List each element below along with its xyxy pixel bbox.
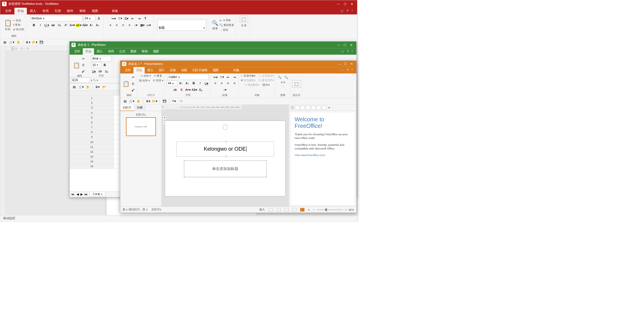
slides-tab[interactable]: 幻灯片 <box>120 105 134 111</box>
pr-bullets-button[interactable]: ≔▾ <box>212 74 218 80</box>
pr-outdent-button[interactable]: ⇤ <box>225 74 231 80</box>
sheet-tab[interactable]: 工作表 1 <box>90 192 105 197</box>
increase-font-button[interactable]: A↑ <box>88 22 94 28</box>
qat-hand-icon[interactable]: ✋ <box>16 40 21 45</box>
font-size-select[interactable]: 24▾ <box>83 16 95 21</box>
pm-font-size-select[interactable]: 10▾ <box>91 62 101 68</box>
pr-italic-button[interactable]: I <box>197 81 203 86</box>
qat-open-icon[interactable]: 📂▾ <box>32 40 38 45</box>
pr-arrow-icon[interactable]: → <box>282 84 284 87</box>
row-header[interactable]: 8 <box>70 130 114 134</box>
title-textbox[interactable]: Kelongwo or ODE <box>176 142 274 157</box>
numbering-button[interactable]: ⒈▾ <box>117 16 123 21</box>
cart-icon[interactable]: 🛒 <box>340 9 344 13</box>
textmaker-titlebar[interactable]: T 欢迎使用 TextMaker.tmdx - TextMaker — ☐ ✕ <box>0 0 357 8</box>
zoom-percent[interactable]: 32% <box>349 208 354 211</box>
pr-paste-icon[interactable]: 📋 <box>123 80 129 87</box>
style-select[interactable]: 标题▾ <box>157 19 206 31</box>
paste-label[interactable]: 粘贴 <box>5 27 10 31</box>
pr-clear-format-button[interactable]: Aᵩ <box>198 87 204 93</box>
cell-reference-box[interactable]: E19 <box>71 78 90 83</box>
pr-font-family-select[interactable]: Calibri▾ <box>167 74 208 80</box>
pr-align-left-button[interactable]: ≡ <box>212 81 218 86</box>
pr-tab-file[interactable]: 文件 <box>122 67 134 73</box>
planmaker-minimize-button[interactable]: — <box>335 43 341 47</box>
pm-tab-layout[interactable]: 布局 <box>105 48 117 55</box>
pr-tab-home[interactable]: 开始 <box>133 67 145 73</box>
pm-help-icon[interactable]: ? <box>347 50 349 54</box>
panel-icon[interactable] <box>295 106 299 109</box>
planmaker-maximize-button[interactable]: ☐ <box>342 43 348 47</box>
pr-x-button[interactable]: X <box>179 87 185 93</box>
replace-button[interactable]: a↔b 替换 <box>220 19 234 22</box>
pr-increase-font-button[interactable]: A↑ <box>178 81 184 86</box>
row-header[interactable]: 13 <box>70 154 114 159</box>
search-label[interactable]: 搜索 <box>212 27 218 30</box>
pr-align-right-button[interactable]: ≡ <box>225 81 231 86</box>
row-header[interactable]: 5 <box>70 115 114 120</box>
tab-file[interactable]: 文件 <box>2 8 15 15</box>
copy-button[interactable]: ⎘ 复制 <box>13 23 24 27</box>
bullets-button[interactable]: ≔▾ <box>111 16 116 21</box>
panel-icon[interactable] <box>300 106 305 109</box>
columns-button[interactable]: ▦ 列▾ <box>262 83 270 87</box>
align-right-button[interactable]: ≡ <box>120 22 126 28</box>
pr-bold-button[interactable]: B <box>191 81 196 86</box>
row-header[interactable]: 3 <box>70 105 114 110</box>
slide-editor[interactable]: L · · · | 2 | 4 | 6 | 8 | 10 | 12 | 14 |… <box>161 105 289 207</box>
pm-tab-data[interactable]: 数据 <box>128 48 139 55</box>
qat-new-icon[interactable]: 🗎▾ <box>25 40 31 45</box>
ruler-vertical[interactable] <box>0 46 6 215</box>
pm-tab-review[interactable]: 审阅 <box>139 48 150 55</box>
subtitle-placeholder[interactable]: 单击添加副标题 <box>184 160 266 177</box>
pr-ruler-horizontal[interactable]: · · · | 2 | 4 | 6 | 8 | 10 | 12 | 14 | 1… <box>167 105 242 110</box>
view-notes-button[interactable] <box>293 208 297 211</box>
align-justify-button[interactable]: ≡ <box>127 22 132 28</box>
fill-color-button[interactable]: ◆ 填充颜色▾ <box>241 79 256 82</box>
zoom-in-icon[interactable]: + <box>345 208 347 211</box>
tab-reference[interactable]: 引用 <box>52 8 64 15</box>
sheet-nav-first[interactable]: ⏮ <box>71 193 74 196</box>
pr-indent-button[interactable]: ⇥ <box>232 74 237 80</box>
select-all-label[interactable]: 全选 <box>241 24 246 27</box>
planmaker-close-button[interactable]: ✕ <box>348 43 354 47</box>
pm-qat-open-icon[interactable]: 📂 <box>101 84 107 90</box>
pr-align-justify-button[interactable]: ≡ <box>232 81 237 86</box>
shading-button[interactable]: ▦▾ <box>139 22 145 28</box>
pr-qat-save-icon[interactable]: 💾 <box>161 99 167 104</box>
view-slideshow-button[interactable] <box>300 208 305 211</box>
multilevel-button[interactable]: ☰▾ <box>123 16 129 21</box>
textmaker-maximize-button[interactable]: ☐ <box>342 2 349 6</box>
pr-qat-open-icon[interactable]: 📂▾ <box>152 99 158 104</box>
pr-linespace-button[interactable]: ↕▾ <box>222 87 228 93</box>
select-all-icon[interactable]: ⬚ <box>240 16 248 22</box>
pr-case-button[interactable]: Aȃ▾ <box>191 87 197 93</box>
pm-qat-hand-icon[interactable]: ✋ <box>85 84 91 90</box>
paste-icon[interactable]: 📋 <box>4 19 12 26</box>
line-spacing-button[interactable]: ↕▾ <box>133 22 139 28</box>
pm-qat-new-icon[interactable]: 🗎▾ <box>95 84 100 90</box>
panel-icon[interactable] <box>311 106 316 109</box>
star-icon[interactable]: ★ <box>328 106 331 110</box>
pr-zoom-out-icon[interactable]: 🔍 <box>283 74 289 80</box>
sheet-nav-next[interactable]: ▶ <box>80 193 83 196</box>
pr-align-center-button[interactable]: ≡ <box>219 81 225 86</box>
font-family-select[interactable]: SimSun▾ <box>30 16 83 21</box>
star-outline-icon[interactable]: ☆ <box>332 106 335 110</box>
pr-tab-design[interactable]: 设计 <box>156 67 167 73</box>
pm-sup-button[interactable]: X₂ <box>104 69 109 74</box>
collapse-ribbon-icon[interactable]: ⌃ <box>351 9 353 13</box>
pr-tab-view[interactable]: 视图 <box>210 67 221 73</box>
presentations-minimize-button[interactable]: — <box>336 62 342 65</box>
pm-qat-doc-icon[interactable]: ▤ <box>71 84 77 90</box>
pm-tab-home[interactable]: 开始 <box>83 48 94 55</box>
pr-ab-label[interactable]: a+b <box>281 81 285 84</box>
subscript-button[interactable]: X₂ <box>57 22 62 28</box>
rotate-handle-icon[interactable] <box>223 125 228 130</box>
decrease-font-button[interactable]: A↓ <box>95 22 101 28</box>
pm-brush-icon[interactable]: 🖌 <box>81 69 86 74</box>
tab-mail[interactable]: 邮件 <box>64 8 76 15</box>
tab-table[interactable]: 表格 <box>109 8 121 15</box>
pm-cart-icon[interactable]: 🛒 <box>341 50 345 54</box>
pm-tab-view[interactable]: 视图 <box>150 48 162 55</box>
